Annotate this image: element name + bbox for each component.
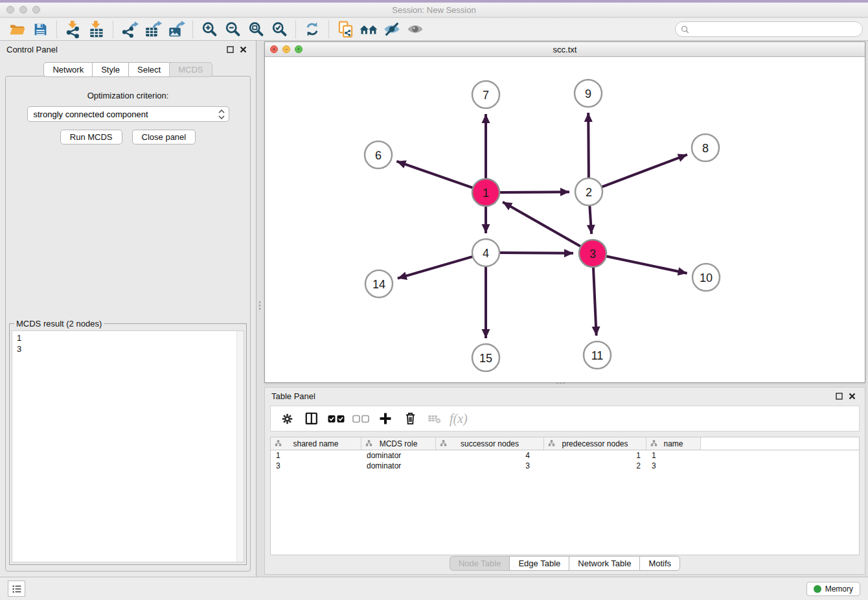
criterion-select[interactable]: strongly connected component xyxy=(27,106,229,122)
close-network-button[interactable]: × xyxy=(270,45,278,53)
minimize-network-button[interactable]: − xyxy=(282,45,290,53)
graph-node-15[interactable]: 15 xyxy=(472,344,499,371)
attribute-icon xyxy=(275,440,282,446)
table-cell: 2 xyxy=(544,461,646,470)
graph-node-11[interactable]: 11 xyxy=(584,341,611,369)
toolbar-separator xyxy=(113,21,113,38)
column-header-shared-name[interactable]: shared name xyxy=(271,437,361,450)
import-network-icon[interactable] xyxy=(62,19,85,40)
vertical-splitter-handle[interactable] xyxy=(258,301,261,311)
graph-node-6[interactable]: 6 xyxy=(365,141,392,168)
split-columns-icon[interactable] xyxy=(302,409,321,428)
toolbar-separator xyxy=(56,21,57,38)
graph-edge-2-3[interactable] xyxy=(589,204,591,234)
tab-edge-table[interactable]: Edge Table xyxy=(509,556,569,571)
export-network-icon[interactable] xyxy=(118,19,141,40)
create-column-icon[interactable] xyxy=(376,409,395,428)
column-header-successor-nodes[interactable]: successor nodes xyxy=(436,437,544,450)
close-table-panel-icon[interactable] xyxy=(845,390,858,402)
graph-node-8[interactable]: 8 xyxy=(692,134,719,161)
close-panel-button[interactable]: Close panel xyxy=(132,130,196,144)
tab-node-table[interactable]: Node Table xyxy=(450,556,510,571)
zoom-out-icon[interactable] xyxy=(221,19,244,40)
graph-node-3[interactable]: 3 xyxy=(579,240,606,267)
graph-node-7[interactable]: 7 xyxy=(472,81,499,108)
graph-node-label: 11 xyxy=(591,349,604,362)
clone-network-icon[interactable] xyxy=(334,19,357,40)
toolbar-separator xyxy=(328,21,329,38)
refresh-view-icon[interactable] xyxy=(301,19,324,40)
unselect-all-columns-icon[interactable] xyxy=(351,409,371,428)
memory-label: Memory xyxy=(825,584,853,594)
graph-node-9[interactable]: 9 xyxy=(575,80,602,107)
tab-style[interactable]: Style xyxy=(92,62,129,77)
tab-mcds[interactable]: MCDS xyxy=(169,62,212,77)
graph-edge-3-10[interactable] xyxy=(605,256,687,273)
float-panel-icon[interactable] xyxy=(223,43,236,55)
table-cell: 1 xyxy=(271,451,361,460)
float-table-panel-icon[interactable] xyxy=(832,390,845,402)
table-cell: 4 xyxy=(436,451,544,460)
graph-node-14[interactable]: 14 xyxy=(365,270,393,297)
graph-node-2[interactable]: 2 xyxy=(575,178,602,205)
hide-selected-icon[interactable] xyxy=(380,19,404,40)
table-cell: 3 xyxy=(436,461,544,470)
close-window-button[interactable] xyxy=(6,6,14,14)
show-all-icon[interactable] xyxy=(404,19,427,40)
graph-node-4[interactable]: 4 xyxy=(472,239,499,266)
graph-node-label: 6 xyxy=(375,149,382,162)
save-session-icon[interactable] xyxy=(29,19,52,40)
run-mcds-button[interactable]: Run MCDS xyxy=(60,130,122,144)
network-graph[interactable]: 7968124314101511 xyxy=(265,57,865,382)
delete-table-icon[interactable] xyxy=(425,409,444,428)
fx-label: f(x) xyxy=(450,411,468,426)
status-bar: Memory xyxy=(0,577,868,600)
horizontal-splitter-handle[interactable] xyxy=(556,382,566,384)
search-box xyxy=(675,21,863,37)
graph-node-10[interactable]: 10 xyxy=(692,264,720,291)
function-builder-icon[interactable]: f(x) xyxy=(450,409,468,428)
close-panel-icon[interactable] xyxy=(236,43,249,55)
open-session-icon[interactable] xyxy=(5,19,29,40)
minimize-window-button[interactable] xyxy=(19,6,27,14)
maximize-network-button[interactable]: + xyxy=(295,45,303,53)
search-input[interactable] xyxy=(692,25,857,34)
zoom-selected-icon[interactable] xyxy=(268,19,291,40)
graph-edge-1-6[interactable] xyxy=(396,161,474,189)
table-row[interactable]: 3dominator323 xyxy=(271,461,859,471)
zoom-in-icon[interactable] xyxy=(198,19,221,40)
graph-edge-2-8[interactable] xyxy=(600,155,687,188)
graph-edge-2-9[interactable] xyxy=(588,113,589,179)
first-neighbors-icon[interactable] xyxy=(357,19,380,40)
zoom-window-button[interactable] xyxy=(32,6,40,14)
tab-network[interactable]: Network xyxy=(43,62,93,77)
select-stepper-icon xyxy=(218,110,225,119)
column-header-MCDS-role[interactable]: MCDS role xyxy=(361,437,436,450)
graph-edge-3-11[interactable] xyxy=(593,266,597,336)
graph-node-1[interactable]: 1 xyxy=(472,179,499,206)
tab-network-table[interactable]: Network Table xyxy=(569,556,640,571)
table-row[interactable]: 1dominator411 xyxy=(271,450,859,461)
tab-motifs[interactable]: Motifs xyxy=(639,556,680,571)
export-image-icon[interactable] xyxy=(165,19,188,40)
task-history-icon[interactable] xyxy=(8,581,25,597)
memory-button[interactable]: Memory xyxy=(806,582,860,596)
mcds-result-box: 1 3 xyxy=(12,330,244,562)
import-table-icon[interactable] xyxy=(85,19,108,40)
export-table-icon[interactable] xyxy=(141,19,165,40)
search-icon xyxy=(681,25,689,34)
table-cell: 3 xyxy=(271,461,361,470)
table-cell: 3 xyxy=(646,461,701,470)
graph-edge-3-1[interactable] xyxy=(503,202,582,248)
column-header-predecessor-nodes[interactable]: predecessor nodes xyxy=(544,437,646,450)
select-all-columns-icon[interactable] xyxy=(326,409,346,428)
graph-edge-4-14[interactable] xyxy=(398,256,474,278)
graph-edge-1-2[interactable] xyxy=(498,192,569,192)
graph-edge-4-3[interactable] xyxy=(498,253,573,253)
tab-select[interactable]: Select xyxy=(128,62,170,77)
result-scrollbar[interactable] xyxy=(236,331,244,562)
table-settings-icon[interactable] xyxy=(277,409,297,428)
delete-columns-icon[interactable] xyxy=(400,409,420,428)
column-header-name[interactable]: name xyxy=(646,437,701,450)
zoom-fit-icon[interactable] xyxy=(244,19,268,40)
